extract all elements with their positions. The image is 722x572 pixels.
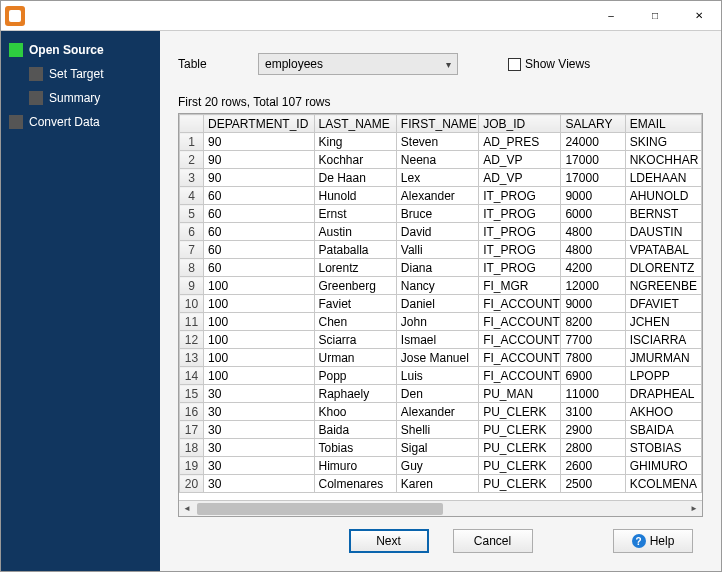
table-row[interactable]: 12100SciarraIsmaelFI_ACCOUNT7700ISCIARRA bbox=[180, 331, 702, 349]
close-button[interactable]: ✕ bbox=[677, 1, 721, 30]
cell[interactable]: 7700 bbox=[561, 331, 625, 349]
scroll-right-icon[interactable]: ► bbox=[686, 501, 702, 517]
cell[interactable]: 100 bbox=[204, 277, 314, 295]
help-button[interactable]: ? Help bbox=[613, 529, 693, 553]
cell[interactable]: 30 bbox=[204, 421, 314, 439]
cell[interactable]: 6000 bbox=[561, 205, 625, 223]
cell[interactable]: Diana bbox=[396, 259, 478, 277]
cell[interactable]: AKHOO bbox=[625, 403, 701, 421]
cell[interactable]: 4800 bbox=[561, 223, 625, 241]
cell[interactable]: King bbox=[314, 133, 396, 151]
cell[interactable]: 2600 bbox=[561, 457, 625, 475]
cell[interactable]: Kochhar bbox=[314, 151, 396, 169]
cell[interactable]: Ernst bbox=[314, 205, 396, 223]
cell[interactable]: Colmenares bbox=[314, 475, 396, 493]
cell[interactable]: Himuro bbox=[314, 457, 396, 475]
cell[interactable]: 30 bbox=[204, 457, 314, 475]
cell[interactable]: NKOCHHAR bbox=[625, 151, 701, 169]
cell[interactable]: Pataballa bbox=[314, 241, 396, 259]
cell[interactable]: 90 bbox=[204, 169, 314, 187]
table-row[interactable]: 13100UrmanJose ManuelFI_ACCOUNT7800JMURM… bbox=[180, 349, 702, 367]
table-row[interactable]: 860LorentzDianaIT_PROG4200DLORENTZ bbox=[180, 259, 702, 277]
cell[interactable]: 6900 bbox=[561, 367, 625, 385]
cell[interactable]: PU_MAN bbox=[479, 385, 561, 403]
column-header[interactable]: DEPARTMENT_ID bbox=[204, 115, 314, 133]
table-row[interactable]: 460HunoldAlexanderIT_PROG9000AHUNOLD bbox=[180, 187, 702, 205]
cell[interactable]: 100 bbox=[204, 349, 314, 367]
cell[interactable]: AHUNOLD bbox=[625, 187, 701, 205]
cell[interactable]: Valli bbox=[396, 241, 478, 259]
cell[interactable]: Alexander bbox=[396, 187, 478, 205]
cell[interactable]: PU_CLERK bbox=[479, 439, 561, 457]
cell[interactable]: Tobias bbox=[314, 439, 396, 457]
wizard-step[interactable]: Open Source bbox=[9, 43, 156, 57]
cell[interactable]: GHIMURO bbox=[625, 457, 701, 475]
cell[interactable]: 100 bbox=[204, 295, 314, 313]
cell[interactable]: 100 bbox=[204, 313, 314, 331]
cell[interactable]: Ismael bbox=[396, 331, 478, 349]
horizontal-scrollbar[interactable]: ◄ ► bbox=[179, 500, 702, 516]
cell[interactable]: Faviet bbox=[314, 295, 396, 313]
table-row[interactable]: 14100PoppLuisFI_ACCOUNT6900LPOPP bbox=[180, 367, 702, 385]
cell[interactable]: STOBIAS bbox=[625, 439, 701, 457]
cell[interactable]: PU_CLERK bbox=[479, 457, 561, 475]
cell[interactable]: Baida bbox=[314, 421, 396, 439]
cell[interactable]: DLORENTZ bbox=[625, 259, 701, 277]
show-views-checkbox[interactable]: Show Views bbox=[508, 57, 590, 71]
cell[interactable]: 100 bbox=[204, 367, 314, 385]
cell[interactable]: FI_ACCOUNT bbox=[479, 331, 561, 349]
cell[interactable]: Chen bbox=[314, 313, 396, 331]
cell[interactable]: Shelli bbox=[396, 421, 478, 439]
cell[interactable]: Jose Manuel bbox=[396, 349, 478, 367]
cell[interactable]: 12000 bbox=[561, 277, 625, 295]
cell[interactable]: 60 bbox=[204, 241, 314, 259]
table-row[interactable]: 1630KhooAlexanderPU_CLERK3100AKHOO bbox=[180, 403, 702, 421]
cell[interactable]: 9000 bbox=[561, 187, 625, 205]
cell[interactable]: Karen bbox=[396, 475, 478, 493]
cancel-button[interactable]: Cancel bbox=[453, 529, 533, 553]
cell[interactable]: 2900 bbox=[561, 421, 625, 439]
column-header[interactable]: FIRST_NAME bbox=[396, 115, 478, 133]
cell[interactable]: JMURMAN bbox=[625, 349, 701, 367]
column-header[interactable]: JOB_ID bbox=[479, 115, 561, 133]
cell[interactable]: IT_PROG bbox=[479, 187, 561, 205]
cell[interactable]: AD_PRES bbox=[479, 133, 561, 151]
table-row[interactable]: 390De HaanLexAD_VP17000LDEHAAN bbox=[180, 169, 702, 187]
cell[interactable]: Guy bbox=[396, 457, 478, 475]
cell[interactable]: Lorentz bbox=[314, 259, 396, 277]
cell[interactable]: IT_PROG bbox=[479, 259, 561, 277]
cell[interactable]: Neena bbox=[396, 151, 478, 169]
cell[interactable]: Greenberg bbox=[314, 277, 396, 295]
cell[interactable]: 17000 bbox=[561, 169, 625, 187]
cell[interactable]: PU_CLERK bbox=[479, 475, 561, 493]
table-select[interactable]: employees ▾ bbox=[258, 53, 458, 75]
cell[interactable]: BERNST bbox=[625, 205, 701, 223]
column-header[interactable]: SALARY bbox=[561, 115, 625, 133]
table-row[interactable]: 2030ColmenaresKarenPU_CLERK2500KCOLMENA bbox=[180, 475, 702, 493]
minimize-button[interactable]: – bbox=[589, 1, 633, 30]
cell[interactable]: Luis bbox=[396, 367, 478, 385]
cell[interactable]: 9000 bbox=[561, 295, 625, 313]
cell[interactable]: Daniel bbox=[396, 295, 478, 313]
cell[interactable]: AD_VP bbox=[479, 169, 561, 187]
cell[interactable]: FI_ACCOUNT bbox=[479, 349, 561, 367]
cell[interactable]: IT_PROG bbox=[479, 205, 561, 223]
cell[interactable]: 2500 bbox=[561, 475, 625, 493]
cell[interactable]: Khoo bbox=[314, 403, 396, 421]
cell[interactable]: Sigal bbox=[396, 439, 478, 457]
cell[interactable]: DAUSTIN bbox=[625, 223, 701, 241]
table-row[interactable]: 9100GreenbergNancyFI_MGR12000NGREENBE bbox=[180, 277, 702, 295]
cell[interactable]: ISCIARRA bbox=[625, 331, 701, 349]
table-row[interactable]: 1930HimuroGuyPU_CLERK2600GHIMURO bbox=[180, 457, 702, 475]
cell[interactable]: Alexander bbox=[396, 403, 478, 421]
cell[interactable]: 4800 bbox=[561, 241, 625, 259]
cell[interactable]: IT_PROG bbox=[479, 223, 561, 241]
cell[interactable]: Raphaely bbox=[314, 385, 396, 403]
cell[interactable]: David bbox=[396, 223, 478, 241]
cell[interactable]: 11000 bbox=[561, 385, 625, 403]
cell[interactable]: Lex bbox=[396, 169, 478, 187]
cell[interactable]: Sciarra bbox=[314, 331, 396, 349]
cell[interactable]: SBAIDA bbox=[625, 421, 701, 439]
table-row[interactable]: 760PataballaValliIT_PROG4800VPATABAL bbox=[180, 241, 702, 259]
cell[interactable]: Steven bbox=[396, 133, 478, 151]
